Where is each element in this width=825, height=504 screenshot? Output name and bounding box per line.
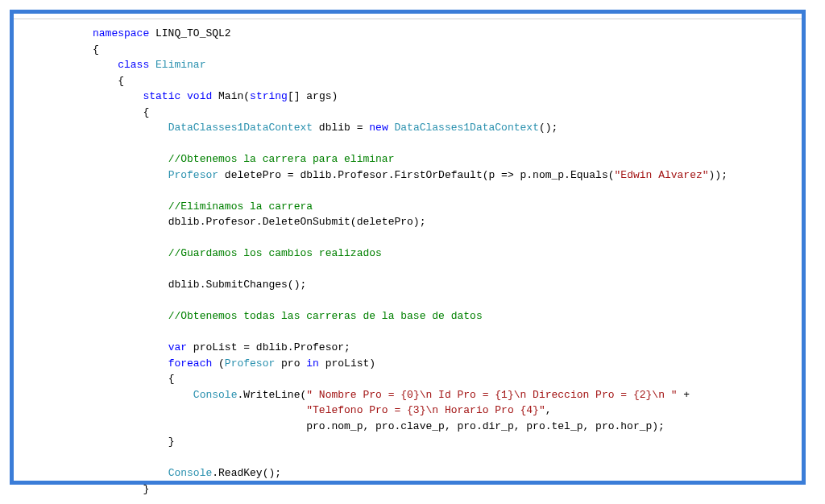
keyword-class: class bbox=[118, 59, 149, 71]
string-literal: "Telefono Pro = {3}\n Horario Pro {4}" bbox=[306, 404, 545, 416]
comment: //Obtenemos la carrera para eliminar bbox=[168, 153, 395, 165]
method-name: Main( bbox=[212, 90, 250, 102]
code-text: ( bbox=[212, 357, 225, 370]
keyword-foreach: foreach bbox=[168, 357, 213, 370]
type-profesor: Profesor bbox=[225, 357, 275, 370]
keyword-new: new bbox=[369, 122, 388, 134]
brace: { bbox=[168, 373, 175, 385]
code-text: .ReadKey(); bbox=[212, 467, 281, 479]
brace: { bbox=[118, 75, 124, 87]
code-text: pro.nom_p, pro.clave_p, pro.dir_p, pro.t… bbox=[306, 420, 665, 432]
code-text: )); bbox=[709, 169, 728, 181]
code-frame: namespace LINQ_TO_SQL2 { class Eliminar … bbox=[10, 10, 806, 485]
string-literal: " Nombre Pro = {0}\n Id Pro = {1}\n Dire… bbox=[306, 389, 677, 401]
code-text: .WriteLine( bbox=[237, 389, 306, 401]
comment: //Eliminamos la carrera bbox=[168, 200, 313, 213]
brace: } bbox=[143, 483, 149, 495]
code-text: dblib = bbox=[313, 122, 369, 134]
keyword-namespace: namespace bbox=[93, 27, 149, 39]
brace: } bbox=[168, 436, 175, 448]
class-name: Eliminar bbox=[155, 59, 205, 71]
type-datacontext: DataClasses1DataContext bbox=[395, 122, 539, 134]
code-block: namespace LINQ_TO_SQL2 { class Eliminar … bbox=[14, 19, 802, 494]
keyword-in: in bbox=[306, 357, 319, 370]
code-text: , bbox=[545, 404, 552, 416]
code-text: proList) bbox=[319, 357, 375, 370]
code-text: dblib.SubmitChanges(); bbox=[168, 279, 307, 291]
code-text: dblib.Profesor.DeleteOnSubmit(deletePro)… bbox=[168, 216, 426, 228]
method-params: [] args) bbox=[288, 90, 338, 102]
keyword-static: static bbox=[143, 90, 180, 102]
namespace-name: LINQ_TO_SQL2 bbox=[149, 27, 230, 39]
code-text: proList = dblib.Profesor; bbox=[187, 341, 350, 353]
comment: //Obtenemos todas las carreras de la bas… bbox=[168, 310, 483, 322]
string-literal: "Edwin Alvarez" bbox=[615, 169, 709, 181]
code-text: + bbox=[678, 389, 690, 401]
comment: //Guardamos los cambios realizados bbox=[168, 247, 382, 259]
code-text: (); bbox=[539, 122, 558, 134]
code-text: deletePro = dblib.Profesor.FirstOrDefaul… bbox=[218, 169, 614, 181]
keyword-string: string bbox=[250, 90, 288, 102]
type-console: Console bbox=[193, 389, 238, 401]
type-profesor: Profesor bbox=[168, 169, 218, 181]
brace: { bbox=[143, 106, 149, 118]
brace: { bbox=[93, 43, 99, 56]
code-text: pro bbox=[275, 357, 306, 370]
type-datacontext: DataClasses1DataContext bbox=[168, 122, 313, 134]
type-console: Console bbox=[168, 467, 213, 479]
keyword-var: var bbox=[168, 341, 187, 353]
keyword-void: void bbox=[187, 90, 212, 102]
